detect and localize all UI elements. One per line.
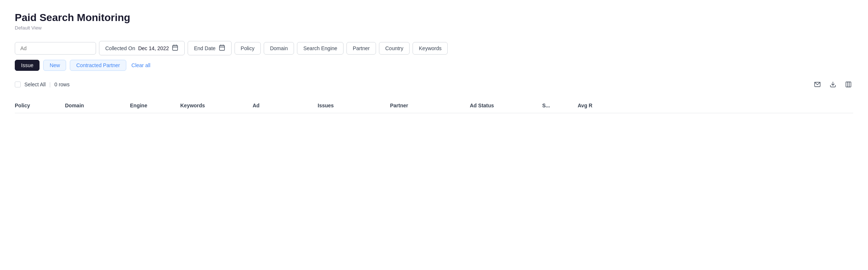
toolbar-actions: [813, 80, 853, 89]
contracted-partner-tag-label: Contracted Partner: [76, 62, 120, 68]
columns-action-button[interactable]: [844, 80, 853, 89]
ad-search-input[interactable]: [15, 42, 96, 55]
country-filter-button[interactable]: Country: [379, 42, 410, 55]
download-icon: [830, 81, 836, 88]
policy-filter-label: Policy: [241, 45, 254, 51]
table-body: [15, 113, 853, 187]
column-policy: Policy: [15, 103, 59, 108]
column-partner: Partner: [390, 103, 464, 108]
collected-on-label: Collected On: [105, 45, 135, 51]
partner-filter-label: Partner: [353, 45, 370, 51]
domain-filter-label: Domain: [270, 45, 288, 51]
keywords-filter-label: Keywords: [419, 45, 441, 51]
svg-rect-0: [172, 45, 178, 51]
table-header: Policy Domain Engine Keywords Ad Issues …: [15, 98, 853, 113]
select-all-label: Select All: [24, 82, 46, 87]
select-all-checkbox[interactable]: [15, 82, 21, 87]
issue-tag-label: Issue: [21, 62, 33, 68]
end-date-label: End Date: [194, 45, 215, 51]
collected-on-filter-button[interactable]: Collected On Dec 14, 2022: [99, 41, 185, 55]
new-tag[interactable]: New: [43, 60, 66, 71]
collected-on-value: Dec 14, 2022: [138, 45, 169, 51]
svg-rect-4: [219, 45, 225, 51]
column-issues: Issues: [318, 103, 384, 108]
column-domain: Domain: [65, 103, 124, 108]
filter-row: Collected On Dec 14, 2022 End Date Polic…: [15, 41, 853, 55]
end-date-calendar-icon: [219, 44, 225, 52]
column-avg-r: Avg R: [578, 103, 615, 108]
column-keywords: Keywords: [180, 103, 247, 108]
table-toolbar: Select All | 0 rows: [15, 80, 853, 92]
new-tag-label: New: [49, 62, 60, 68]
policy-filter-button[interactable]: Policy: [235, 42, 261, 55]
contracted-partner-tag[interactable]: Contracted Partner: [70, 60, 126, 71]
page-title: Paid Search Monitoring: [15, 12, 853, 24]
select-all-area: Select All | 0 rows: [15, 82, 69, 87]
search-engine-filter-label: Search Engine: [303, 45, 337, 51]
clear-all-label: Clear all: [131, 62, 150, 68]
country-filter-label: Country: [385, 45, 403, 51]
end-date-filter-button[interactable]: End Date: [188, 41, 231, 55]
email-action-button[interactable]: [813, 80, 822, 89]
page-subtitle: Default View: [15, 25, 853, 31]
active-filters-row: Issue New Contracted Partner Clear all: [15, 60, 853, 71]
download-action-button[interactable]: [828, 80, 838, 89]
column-engine: Engine: [130, 103, 174, 108]
domain-filter-button[interactable]: Domain: [264, 42, 294, 55]
partner-filter-button[interactable]: Partner: [346, 42, 376, 55]
issue-tag[interactable]: Issue: [15, 60, 40, 71]
clear-all-button[interactable]: Clear all: [130, 60, 152, 70]
email-icon: [814, 81, 821, 88]
column-ad: Ad: [253, 103, 312, 108]
column-s: S...: [542, 103, 572, 108]
row-count-label: 0 rows: [54, 82, 69, 87]
keywords-filter-button[interactable]: Keywords: [413, 42, 448, 55]
search-engine-filter-button[interactable]: Search Engine: [297, 42, 344, 55]
columns-icon: [845, 81, 852, 88]
toolbar-divider: |: [49, 82, 51, 87]
collected-on-calendar-icon: [172, 44, 178, 52]
column-ad-status: Ad Status: [470, 103, 536, 108]
svg-rect-10: [846, 82, 851, 87]
